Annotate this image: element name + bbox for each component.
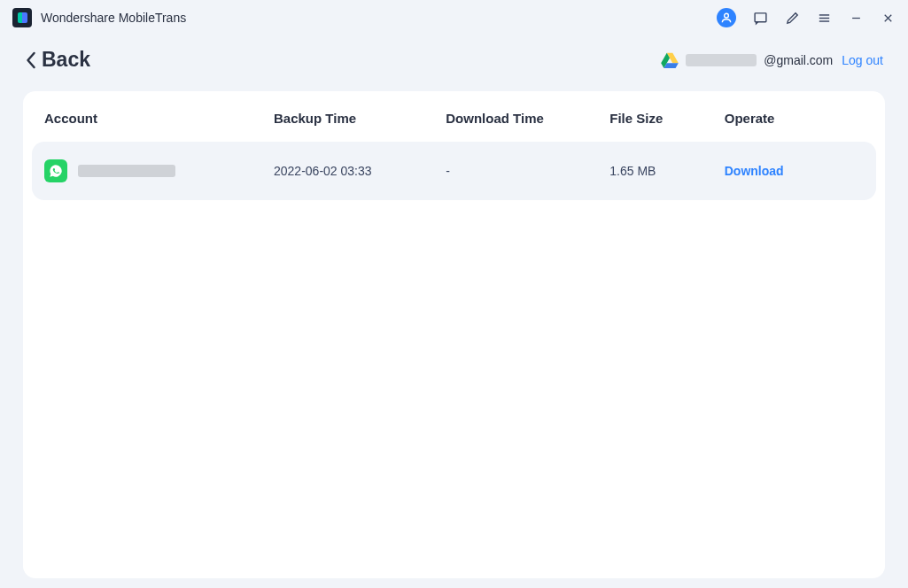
account-bar: @gmail.com Log out [661,52,883,68]
minimize-button[interactable] [848,10,864,26]
account-name-redacted [78,165,175,177]
table-row[interactable]: 2022-06-02 03:33 - 1.65 MB Download [32,142,876,200]
titlebar-left: Wondershare MobileTrans [12,8,186,27]
whatsapp-icon [44,159,67,182]
content-card: Account Backup Time Download Time File S… [23,91,885,578]
svg-rect-1 [755,12,766,21]
google-drive-icon [661,52,679,68]
feedback-icon[interactable] [752,10,768,26]
app-icon [12,8,32,27]
table-header: Account Backup Time Download Time File S… [23,91,885,142]
user-account-icon[interactable] [717,8,736,27]
page-header: Back @gmail.com Log out [0,35,908,84]
back-label: Back [42,48,90,72]
header-account: Account [44,111,274,126]
chevron-left-icon [25,51,36,69]
account-email-suffix: @gmail.com [764,53,833,67]
cell-backup-time: 2022-06-02 03:33 [274,164,446,178]
svg-point-0 [725,13,729,18]
edit-icon[interactable] [784,10,800,26]
titlebar-right [717,8,896,27]
header-download-time: Download Time [446,111,609,126]
app-title: Wondershare MobileTrans [41,11,186,25]
cell-download-time: - [446,164,609,178]
cell-file-size: 1.65 MB [609,164,725,178]
back-button[interactable]: Back [25,48,90,72]
menu-icon[interactable] [816,10,832,26]
titlebar: Wondershare MobileTrans [0,0,908,35]
cell-operate: Download [725,164,864,178]
header-operate: Operate [725,111,864,126]
header-file-size: File Size [609,111,725,126]
account-username-redacted [686,54,757,66]
logout-link[interactable]: Log out [842,53,883,67]
download-action[interactable]: Download [725,164,784,178]
cell-account [44,159,274,182]
close-button[interactable] [880,10,896,26]
header-backup-time: Backup Time [274,111,446,126]
